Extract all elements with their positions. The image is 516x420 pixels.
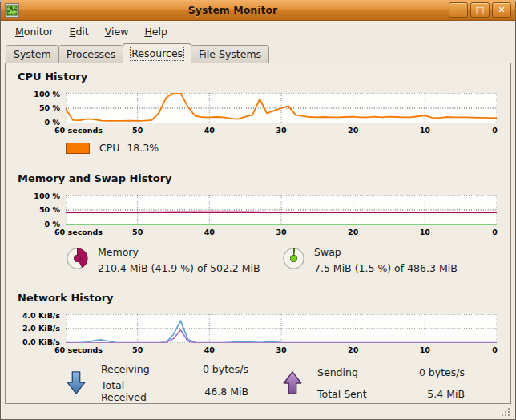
total-received-label: Total Received xyxy=(101,379,165,403)
tab-resources[interactable]: Resources xyxy=(123,43,191,63)
tab-processes[interactable]: Processes xyxy=(58,45,124,63)
memory-label: Memory xyxy=(98,245,260,259)
memory-swap-legends: Memory 210.4 MiB (41.9 %) of 502.2 MiB S… xyxy=(66,245,498,275)
memory-swap-history-title: Memory and Swap History xyxy=(18,172,498,185)
memory-swap-graph xyxy=(66,195,497,225)
network-stats: Receiving 0 bytes/s Total Received 46.8 … xyxy=(66,363,498,403)
cpu-x-axis: 60 seconds50403020100 xyxy=(66,126,497,137)
memory-detail: 210.4 MiB (41.9 %) of 502.2 MiB xyxy=(98,261,260,275)
sending-value: 0 bytes/s xyxy=(391,366,465,378)
system-monitor-app-icon xyxy=(5,3,19,18)
tab-file-systems[interactable]: File Systems xyxy=(191,45,269,63)
network-x-axis: 60 seconds50403020100 xyxy=(66,345,497,357)
total-sent-label: Total Sent xyxy=(317,388,381,400)
tab-bar: System Processes Resources File Systems xyxy=(1,42,515,63)
minimize-button[interactable]: ─ xyxy=(449,2,468,18)
memory-swap-chart: 100 %50 %0 % 60 seconds50403020100 xyxy=(18,195,497,239)
tab-system[interactable]: System xyxy=(6,45,59,63)
memory-y-axis: 100 %50 %0 % xyxy=(18,195,66,225)
cpu-graph xyxy=(66,93,497,123)
memory-pie-icon xyxy=(66,247,89,270)
sending-arrow-icon xyxy=(282,370,303,396)
menu-view[interactable]: View xyxy=(97,22,137,41)
sending-block: Sending 0 bytes/s Total Sent 5.4 MiB xyxy=(282,363,498,403)
network-graph xyxy=(66,314,497,343)
cpu-legend-label: CPU xyxy=(99,142,119,154)
close-button[interactable]: ✕ xyxy=(492,2,511,18)
memory-legend: Memory 210.4 MiB (41.9 %) of 502.2 MiB xyxy=(66,245,282,275)
cpu-chart: 100 %50 %0 % 60 seconds50403020100 xyxy=(18,93,497,137)
resize-grip[interactable] xyxy=(502,408,511,418)
swap-label: Swap xyxy=(314,245,458,259)
total-sent-value: 5.4 MiB xyxy=(391,388,465,400)
system-monitor-window: System Monitor ─ □ ✕ Monitor Edit View H… xyxy=(0,0,516,420)
cpu-y-axis: 100 %50 %0 % xyxy=(18,93,66,123)
swap-pie-icon xyxy=(282,247,305,270)
menu-edit[interactable]: Edit xyxy=(62,22,97,41)
network-y-axis: 4.0 KiB/s2.0 KiB/s0.0 KiB/s xyxy=(18,314,66,343)
swap-detail: 7.5 MiB (1.5 %) of 486.3 MiB xyxy=(314,261,458,275)
network-chart: 4.0 KiB/s2.0 KiB/s0.0 KiB/s 60 seconds50… xyxy=(18,314,497,357)
total-received-value: 46.8 MiB xyxy=(175,386,248,398)
cpu-legend: CPU 18.3% xyxy=(66,142,498,154)
cpu-color-swatch xyxy=(66,143,90,154)
sending-label: Sending xyxy=(317,366,381,378)
receiving-arrow-icon xyxy=(66,370,87,396)
menubar: Monitor Edit View Help xyxy=(1,21,515,42)
statusbar xyxy=(1,404,515,420)
menu-monitor[interactable]: Monitor xyxy=(7,22,62,41)
window-title: System Monitor xyxy=(19,4,446,16)
receiving-block: Receiving 0 bytes/s Total Received 46.8 … xyxy=(66,363,282,403)
receiving-label: Receiving xyxy=(101,363,165,375)
maximize-button[interactable]: □ xyxy=(470,2,490,18)
receiving-value: 0 bytes/s xyxy=(175,363,248,375)
resources-panel: CPU History 100 %50 %0 % 60 seconds50403… xyxy=(5,63,511,404)
titlebar[interactable]: System Monitor ─ □ ✕ xyxy=(1,0,515,21)
cpu-history-title: CPU History xyxy=(18,70,498,83)
swap-legend: Swap 7.5 MiB (1.5 %) of 486.3 MiB xyxy=(282,245,498,275)
cpu-legend-value: 18.3% xyxy=(127,142,159,154)
menu-help[interactable]: Help xyxy=(136,22,175,41)
network-history-title: Network History xyxy=(18,291,498,305)
memory-x-axis: 60 seconds50403020100 xyxy=(66,228,497,239)
